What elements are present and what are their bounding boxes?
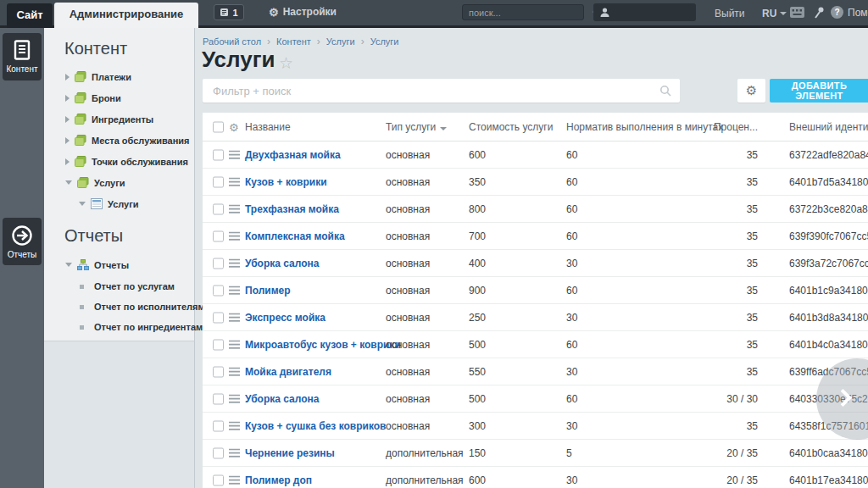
- column-header-external-id[interactable]: Внешний идентификатор: [789, 121, 868, 133]
- notifications-button[interactable]: 1: [214, 4, 244, 20]
- row-norm: 60: [566, 203, 577, 215]
- row-menu-icon[interactable]: [229, 448, 240, 458]
- row-menu-icon[interactable]: [229, 231, 240, 241]
- row-checkbox[interactable]: [213, 474, 224, 485]
- row-name-link[interactable]: Уборка салона: [245, 258, 319, 269]
- sidebar-item[interactable]: Ингредиенты: [44, 108, 194, 130]
- breadcrumb-link[interactable]: Услуги: [370, 36, 399, 47]
- search-icon[interactable]: [659, 85, 671, 97]
- row-name-link[interactable]: Кузов + сушка без ковриков: [245, 420, 386, 432]
- row-checkbox[interactable]: [213, 393, 224, 404]
- row-menu-icon[interactable]: [229, 367, 240, 376]
- row-name-link[interactable]: Кузов + коврики: [245, 176, 327, 188]
- row-menu-icon[interactable]: [229, 313, 240, 322]
- row-checkbox[interactable]: [213, 285, 224, 296]
- row-percent: 35: [673, 285, 758, 297]
- row-menu-icon[interactable]: [229, 394, 240, 403]
- chevron-right-icon[interactable]: [65, 116, 70, 123]
- rail-content-label: Контент: [6, 64, 37, 74]
- chevron-right-icon[interactable]: [65, 74, 70, 80]
- select-all-checkbox[interactable]: [213, 121, 224, 132]
- sidebar-report-item[interactable]: Отчет по исполнителям: [44, 297, 194, 317]
- column-header-type[interactable]: Тип услуги: [386, 121, 447, 133]
- help-button[interactable]: ? Помощь: [831, 6, 868, 19]
- row-checkbox[interactable]: [213, 203, 224, 214]
- sidebar-item[interactable]: Места обслуживания: [44, 130, 194, 151]
- filter-search-input[interactable]: [203, 85, 659, 97]
- row-name-link[interactable]: Микроавтобус кузов + коврики: [245, 339, 401, 351]
- favorite-star-icon[interactable]: ☆: [279, 53, 293, 73]
- row-checkbox[interactable]: [213, 366, 224, 377]
- row-checkbox[interactable]: [213, 176, 224, 187]
- tab-admin[interactable]: Администрирование: [54, 3, 198, 28]
- row-checkbox[interactable]: [213, 312, 224, 323]
- row-name-link[interactable]: Комплексная мойка: [245, 230, 345, 242]
- row-name-link[interactable]: Чернение резины: [245, 447, 335, 459]
- chevron-down-icon[interactable]: [65, 263, 72, 267]
- sidebar-item-label: Отчет по ингредиентам: [94, 322, 203, 332]
- row-menu-icon[interactable]: [229, 177, 240, 186]
- column-header-cost[interactable]: Стоимость услуги: [469, 121, 553, 133]
- chevron-down-icon[interactable]: [65, 180, 72, 185]
- sidebar-item[interactable]: Услуги: [44, 172, 194, 193]
- row-name-link[interactable]: Уборка салона: [245, 393, 319, 405]
- pin-icon[interactable]: [812, 6, 826, 23]
- column-header-percent[interactable]: Процен...: [673, 121, 758, 133]
- row-name-link[interactable]: Полимер: [245, 285, 291, 297]
- row-checkbox[interactable]: [213, 339, 224, 350]
- sidebar-item[interactable]: Брони: [44, 87, 194, 108]
- row-menu-icon[interactable]: [229, 204, 240, 214]
- breadcrumb-link[interactable]: Контент: [276, 36, 311, 47]
- row-cost: 500: [469, 339, 486, 351]
- sidebar-item-label: Отчет по исполнителям: [94, 302, 205, 312]
- row-menu-icon[interactable]: [229, 150, 240, 159]
- chevron-right-icon[interactable]: [65, 95, 70, 102]
- sidebar-item-reports-root[interactable]: Отчеты: [44, 253, 194, 276]
- row-norm: 60: [566, 339, 577, 351]
- row-menu-icon[interactable]: [229, 258, 240, 268]
- topbar-search: [462, 4, 584, 20]
- logout-link[interactable]: Выйти: [715, 8, 745, 19]
- column-header-name[interactable]: Название: [245, 121, 291, 133]
- chevron-right-icon[interactable]: [65, 158, 70, 165]
- row-checkbox[interactable]: [213, 149, 224, 160]
- sidebar-subitem-uslugi[interactable]: Услуги: [44, 193, 194, 214]
- row-name-link[interactable]: Двухфазная мойка: [245, 149, 341, 161]
- row-name-link[interactable]: Полимер доп: [245, 474, 312, 486]
- row-menu-icon[interactable]: [229, 475, 240, 485]
- add-element-button[interactable]: ДОБАВИТЬ ЭЛЕМЕНТ: [770, 79, 868, 103]
- breadcrumb-separator-icon: ›: [317, 36, 320, 47]
- chevron-right-icon[interactable]: [65, 137, 70, 144]
- row-checkbox[interactable]: [213, 447, 224, 458]
- row-name-link[interactable]: Трехфазная мойка: [245, 203, 339, 215]
- sidebar-report-item[interactable]: Отчет по ингредиентам: [44, 317, 194, 337]
- table-row: Уборка салонаосновная5006030 / 306403303…: [203, 385, 868, 413]
- row-menu-icon[interactable]: [229, 421, 240, 430]
- language-selector[interactable]: RU: [762, 8, 787, 19]
- row-checkbox[interactable]: [213, 420, 224, 431]
- settings-button[interactable]: ⚙ Настройки: [269, 6, 337, 18]
- rail-item-reports[interactable]: Отчеты: [3, 218, 42, 265]
- chevron-down-icon[interactable]: [79, 202, 86, 206]
- gear-icon: ⚙: [269, 7, 279, 18]
- row-checkbox[interactable]: [213, 230, 224, 241]
- user-button[interactable]: [593, 3, 696, 21]
- rail-item-content[interactable]: Контент: [3, 33, 42, 80]
- sidebar-item[interactable]: Платежи: [44, 66, 194, 87]
- tab-site[interactable]: Сайт: [7, 3, 53, 28]
- keyboard-icon[interactable]: [789, 6, 805, 22]
- row-checkbox[interactable]: [213, 258, 224, 269]
- row-menu-icon[interactable]: [229, 286, 240, 295]
- sidebar-report-item[interactable]: Отчет по услугам: [44, 276, 194, 297]
- row-menu-icon[interactable]: [229, 340, 240, 349]
- sidebar-item[interactable]: Точки обслуживания: [44, 151, 194, 172]
- breadcrumb-link[interactable]: Рабочий стол: [203, 36, 261, 47]
- grid-columns-gear-icon[interactable]: ⚙: [229, 120, 239, 133]
- row-name-link[interactable]: Мойка двигателя: [245, 366, 331, 378]
- breadcrumb: Рабочий стол›Контент›Услуги›Услуги: [203, 36, 398, 47]
- breadcrumb-link[interactable]: Услуги: [326, 36, 355, 47]
- row-type: основная: [386, 176, 430, 188]
- grid-settings-button[interactable]: ⚙: [737, 79, 765, 103]
- row-name-link[interactable]: Экспресс мойка: [245, 312, 326, 324]
- topbar-search-input[interactable]: [463, 8, 593, 18]
